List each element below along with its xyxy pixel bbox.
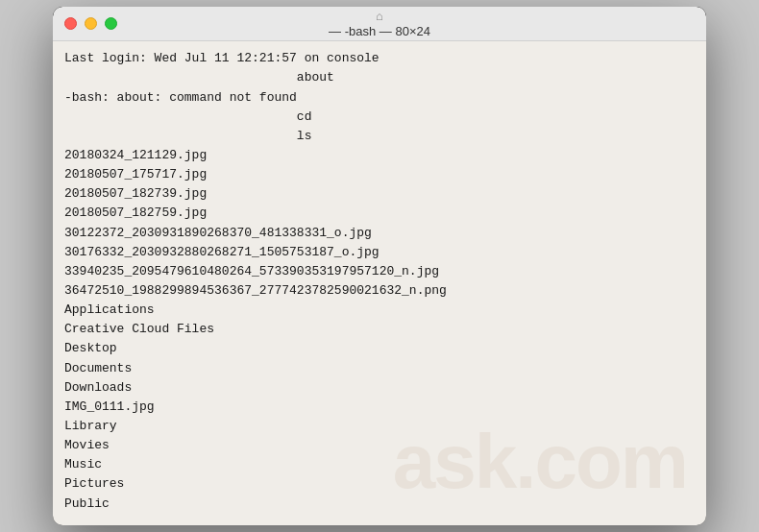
title-area: ⌂ — -bash — 80×24: [329, 10, 430, 38]
terminal-line: Pictures: [64, 474, 695, 494]
terminal-line: ls: [64, 127, 695, 146]
close-button[interactable]: [64, 17, 77, 30]
terminal-body[interactable]: Last login: Wed Jul 11 12:21:57 on conso…: [53, 41, 706, 524]
maximize-button[interactable]: [105, 17, 117, 30]
minimize-button[interactable]: [85, 17, 97, 30]
home-icon: ⌂: [376, 10, 383, 24]
terminal-line: Last login: Wed Jul 11 12:21:57 on conso…: [64, 49, 695, 68]
terminal-line: 20180507_175717.jpg: [64, 165, 695, 184]
terminal-line: 20180507_182759.jpg: [64, 204, 695, 223]
terminal-line: Creative Cloud Files: [64, 320, 695, 339]
terminal-line: 36472510_1988299894536367_27774237825900…: [64, 281, 695, 301]
terminal-line: 30122372_2030931890268370_481338331_o.jp…: [64, 224, 695, 243]
terminal-line: 33940235_2095479610480264_57339035319795…: [64, 262, 695, 281]
traffic-lights: [64, 17, 117, 30]
titlebar: ⌂ — -bash — 80×24: [53, 7, 706, 41]
terminal-line: Downloads: [64, 378, 695, 398]
terminal-line: 20180507_182739.jpg: [64, 184, 695, 204]
terminal-line: Music: [64, 455, 695, 474]
terminal-line: Desktop: [64, 339, 695, 358]
terminal-line: IMG_0111.jpg: [64, 398, 695, 417]
terminal-output: Last login: Wed Jul 11 12:21:57 on conso…: [64, 49, 695, 513]
terminal-line: Library: [64, 417, 695, 436]
terminal-line: Documents: [64, 359, 695, 378]
terminal-line: 30176332_2030932880268271_1505753187_o.j…: [64, 243, 695, 262]
terminal-line: Movies: [64, 436, 695, 455]
terminal-line: 20180324_121129.jpg: [64, 146, 695, 165]
window-title: — -bash — 80×24: [329, 24, 430, 38]
terminal-line: cd: [64, 108, 695, 127]
terminal-line: -bash: about: command not found: [64, 88, 695, 108]
terminal-window: ⌂ — -bash — 80×24 Last login: Wed Jul 11…: [53, 7, 706, 524]
terminal-line: Public: [64, 495, 695, 514]
terminal-line: Applications: [64, 301, 695, 320]
terminal-line: about: [64, 68, 695, 87]
